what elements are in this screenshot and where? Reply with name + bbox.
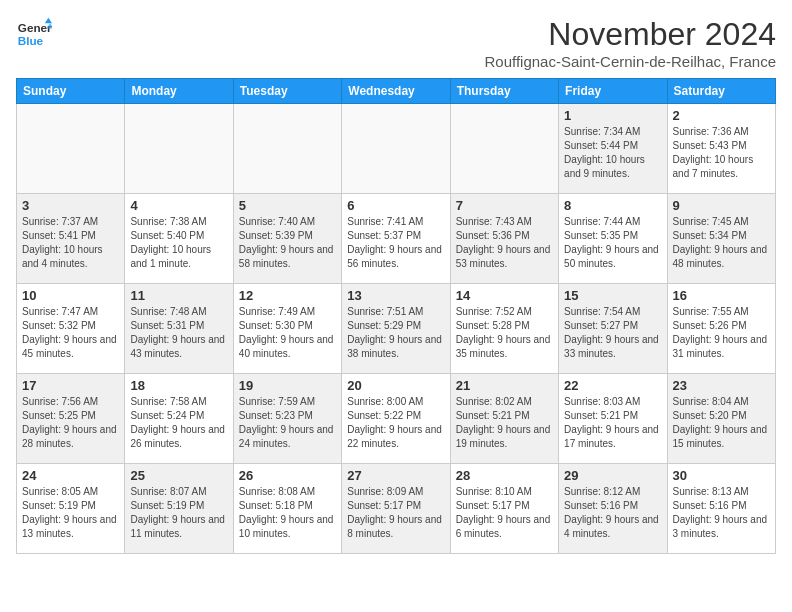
day-info: Sunrise: 7:37 AM Sunset: 5:41 PM Dayligh…: [22, 215, 119, 271]
header: General Blue November 2024 Rouffignac-Sa…: [16, 16, 776, 70]
calendar-day-cell: 10Sunrise: 7:47 AM Sunset: 5:32 PM Dayli…: [17, 284, 125, 374]
weekday-header: Thursday: [450, 79, 558, 104]
logo: General Blue: [16, 16, 52, 52]
day-info: Sunrise: 8:07 AM Sunset: 5:19 PM Dayligh…: [130, 485, 227, 541]
calendar-day-cell: 24Sunrise: 8:05 AM Sunset: 5:19 PM Dayli…: [17, 464, 125, 554]
calendar-day-cell: 16Sunrise: 7:55 AM Sunset: 5:26 PM Dayli…: [667, 284, 775, 374]
calendar-day-cell: 18Sunrise: 7:58 AM Sunset: 5:24 PM Dayli…: [125, 374, 233, 464]
calendar-day-cell: [125, 104, 233, 194]
day-number: 6: [347, 198, 444, 213]
calendar-day-cell: 19Sunrise: 7:59 AM Sunset: 5:23 PM Dayli…: [233, 374, 341, 464]
day-info: Sunrise: 7:36 AM Sunset: 5:43 PM Dayligh…: [673, 125, 770, 181]
day-info: Sunrise: 7:55 AM Sunset: 5:26 PM Dayligh…: [673, 305, 770, 361]
calendar-day-cell: 29Sunrise: 8:12 AM Sunset: 5:16 PM Dayli…: [559, 464, 667, 554]
calendar-day-cell: 17Sunrise: 7:56 AM Sunset: 5:25 PM Dayli…: [17, 374, 125, 464]
calendar-week-row: 10Sunrise: 7:47 AM Sunset: 5:32 PM Dayli…: [17, 284, 776, 374]
day-info: Sunrise: 8:10 AM Sunset: 5:17 PM Dayligh…: [456, 485, 553, 541]
calendar-day-cell: 12Sunrise: 7:49 AM Sunset: 5:30 PM Dayli…: [233, 284, 341, 374]
calendar-day-cell: 28Sunrise: 8:10 AM Sunset: 5:17 PM Dayli…: [450, 464, 558, 554]
day-info: Sunrise: 8:04 AM Sunset: 5:20 PM Dayligh…: [673, 395, 770, 451]
calendar-table: SundayMondayTuesdayWednesdayThursdayFrid…: [16, 78, 776, 554]
day-number: 24: [22, 468, 119, 483]
weekday-header: Sunday: [17, 79, 125, 104]
day-number: 30: [673, 468, 770, 483]
day-number: 5: [239, 198, 336, 213]
day-number: 2: [673, 108, 770, 123]
calendar-day-cell: 27Sunrise: 8:09 AM Sunset: 5:17 PM Dayli…: [342, 464, 450, 554]
calendar-day-cell: 23Sunrise: 8:04 AM Sunset: 5:20 PM Dayli…: [667, 374, 775, 464]
day-info: Sunrise: 7:56 AM Sunset: 5:25 PM Dayligh…: [22, 395, 119, 451]
day-info: Sunrise: 7:44 AM Sunset: 5:35 PM Dayligh…: [564, 215, 661, 271]
calendar-day-cell: 30Sunrise: 8:13 AM Sunset: 5:16 PM Dayli…: [667, 464, 775, 554]
weekday-header: Friday: [559, 79, 667, 104]
calendar-week-row: 17Sunrise: 7:56 AM Sunset: 5:25 PM Dayli…: [17, 374, 776, 464]
day-info: Sunrise: 8:02 AM Sunset: 5:21 PM Dayligh…: [456, 395, 553, 451]
day-info: Sunrise: 8:12 AM Sunset: 5:16 PM Dayligh…: [564, 485, 661, 541]
location-title: Rouffignac-Saint-Cernin-de-Reilhac, Fran…: [484, 53, 776, 70]
day-info: Sunrise: 8:13 AM Sunset: 5:16 PM Dayligh…: [673, 485, 770, 541]
day-info: Sunrise: 7:59 AM Sunset: 5:23 PM Dayligh…: [239, 395, 336, 451]
calendar-day-cell: 8Sunrise: 7:44 AM Sunset: 5:35 PM Daylig…: [559, 194, 667, 284]
calendar-day-cell: 26Sunrise: 8:08 AM Sunset: 5:18 PM Dayli…: [233, 464, 341, 554]
calendar-day-cell: 20Sunrise: 8:00 AM Sunset: 5:22 PM Dayli…: [342, 374, 450, 464]
calendar-day-cell: 11Sunrise: 7:48 AM Sunset: 5:31 PM Dayli…: [125, 284, 233, 374]
day-info: Sunrise: 8:08 AM Sunset: 5:18 PM Dayligh…: [239, 485, 336, 541]
calendar-week-row: 24Sunrise: 8:05 AM Sunset: 5:19 PM Dayli…: [17, 464, 776, 554]
calendar-day-cell: 4Sunrise: 7:38 AM Sunset: 5:40 PM Daylig…: [125, 194, 233, 284]
day-number: 13: [347, 288, 444, 303]
calendar-day-cell: 13Sunrise: 7:51 AM Sunset: 5:29 PM Dayli…: [342, 284, 450, 374]
svg-text:Blue: Blue: [18, 34, 44, 47]
calendar-week-row: 3Sunrise: 7:37 AM Sunset: 5:41 PM Daylig…: [17, 194, 776, 284]
weekday-header: Monday: [125, 79, 233, 104]
day-number: 28: [456, 468, 553, 483]
calendar-day-cell: 1Sunrise: 7:34 AM Sunset: 5:44 PM Daylig…: [559, 104, 667, 194]
month-title: November 2024: [484, 16, 776, 53]
day-number: 7: [456, 198, 553, 213]
day-info: Sunrise: 7:58 AM Sunset: 5:24 PM Dayligh…: [130, 395, 227, 451]
day-info: Sunrise: 8:00 AM Sunset: 5:22 PM Dayligh…: [347, 395, 444, 451]
title-section: November 2024 Rouffignac-Saint-Cernin-de…: [484, 16, 776, 70]
day-info: Sunrise: 7:47 AM Sunset: 5:32 PM Dayligh…: [22, 305, 119, 361]
calendar-day-cell: 15Sunrise: 7:54 AM Sunset: 5:27 PM Dayli…: [559, 284, 667, 374]
day-number: 12: [239, 288, 336, 303]
calendar-day-cell: [17, 104, 125, 194]
day-info: Sunrise: 7:43 AM Sunset: 5:36 PM Dayligh…: [456, 215, 553, 271]
day-number: 3: [22, 198, 119, 213]
calendar-week-row: 1Sunrise: 7:34 AM Sunset: 5:44 PM Daylig…: [17, 104, 776, 194]
calendar-day-cell: 3Sunrise: 7:37 AM Sunset: 5:41 PM Daylig…: [17, 194, 125, 284]
day-number: 8: [564, 198, 661, 213]
calendar-day-cell: [450, 104, 558, 194]
day-info: Sunrise: 8:03 AM Sunset: 5:21 PM Dayligh…: [564, 395, 661, 451]
day-info: Sunrise: 7:40 AM Sunset: 5:39 PM Dayligh…: [239, 215, 336, 271]
calendar-day-cell: 7Sunrise: 7:43 AM Sunset: 5:36 PM Daylig…: [450, 194, 558, 284]
calendar-day-cell: 6Sunrise: 7:41 AM Sunset: 5:37 PM Daylig…: [342, 194, 450, 284]
calendar-day-cell: 2Sunrise: 7:36 AM Sunset: 5:43 PM Daylig…: [667, 104, 775, 194]
day-info: Sunrise: 7:38 AM Sunset: 5:40 PM Dayligh…: [130, 215, 227, 271]
day-number: 26: [239, 468, 336, 483]
day-number: 14: [456, 288, 553, 303]
day-info: Sunrise: 7:49 AM Sunset: 5:30 PM Dayligh…: [239, 305, 336, 361]
calendar-day-cell: 21Sunrise: 8:02 AM Sunset: 5:21 PM Dayli…: [450, 374, 558, 464]
day-number: 15: [564, 288, 661, 303]
day-number: 22: [564, 378, 661, 393]
calendar-day-cell: 25Sunrise: 8:07 AM Sunset: 5:19 PM Dayli…: [125, 464, 233, 554]
day-number: 16: [673, 288, 770, 303]
day-number: 29: [564, 468, 661, 483]
calendar-header-row: SundayMondayTuesdayWednesdayThursdayFrid…: [17, 79, 776, 104]
calendar-day-cell: 5Sunrise: 7:40 AM Sunset: 5:39 PM Daylig…: [233, 194, 341, 284]
day-info: Sunrise: 8:09 AM Sunset: 5:17 PM Dayligh…: [347, 485, 444, 541]
day-number: 1: [564, 108, 661, 123]
day-info: Sunrise: 7:41 AM Sunset: 5:37 PM Dayligh…: [347, 215, 444, 271]
day-info: Sunrise: 7:54 AM Sunset: 5:27 PM Dayligh…: [564, 305, 661, 361]
day-number: 4: [130, 198, 227, 213]
weekday-header: Saturday: [667, 79, 775, 104]
calendar-day-cell: 14Sunrise: 7:52 AM Sunset: 5:28 PM Dayli…: [450, 284, 558, 374]
weekday-header: Tuesday: [233, 79, 341, 104]
day-number: 17: [22, 378, 119, 393]
calendar-day-cell: 22Sunrise: 8:03 AM Sunset: 5:21 PM Dayli…: [559, 374, 667, 464]
day-info: Sunrise: 7:48 AM Sunset: 5:31 PM Dayligh…: [130, 305, 227, 361]
day-info: Sunrise: 7:51 AM Sunset: 5:29 PM Dayligh…: [347, 305, 444, 361]
day-number: 10: [22, 288, 119, 303]
day-info: Sunrise: 7:34 AM Sunset: 5:44 PM Dayligh…: [564, 125, 661, 181]
calendar-day-cell: 9Sunrise: 7:45 AM Sunset: 5:34 PM Daylig…: [667, 194, 775, 284]
